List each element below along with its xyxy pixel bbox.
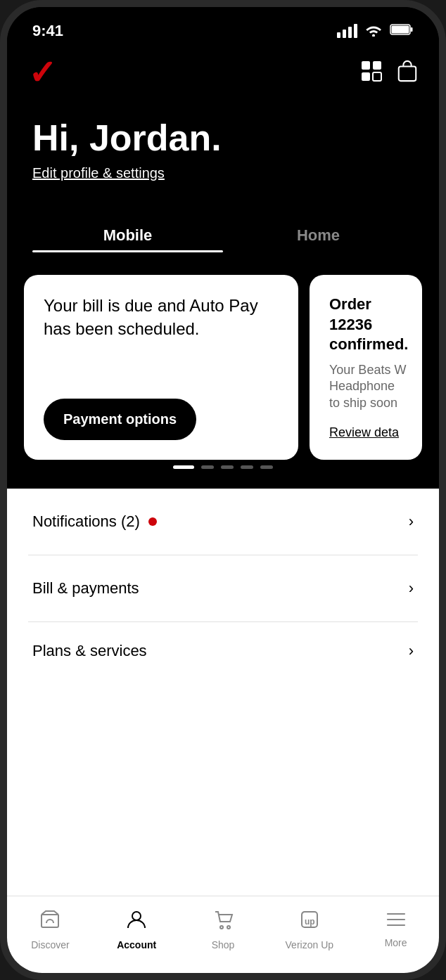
- edit-profile-link[interactable]: Edit profile & settings: [32, 165, 165, 181]
- status-time: 9:41: [32, 22, 63, 40]
- tab-mobile[interactable]: Mobile: [32, 217, 223, 264]
- bill-payments-label: Bill & payments: [32, 579, 139, 598]
- plans-services-label: Plans & services: [32, 642, 147, 660]
- svg-rect-5: [362, 72, 370, 81]
- svg-rect-3: [362, 61, 370, 70]
- wifi-icon: [364, 22, 383, 40]
- nav-discover[interactable]: Discover: [7, 909, 94, 950]
- svg-text:up: up: [305, 917, 315, 927]
- bill-payments-left: Bill & payments: [32, 579, 139, 598]
- nav-verizon-up-label: Verizon Up: [286, 939, 333, 950]
- svg-rect-2: [392, 25, 409, 33]
- bill-card: Your bill is due and Auto Pay has been s…: [24, 275, 298, 460]
- grid-icon[interactable]: [360, 60, 383, 87]
- greeting-section: Hi, Jordan. Edit profile & settings: [7, 104, 439, 202]
- cards-scroll: Your bill is due and Auto Pay has been s…: [7, 275, 439, 460]
- tab-mobile-label: Mobile: [32, 226, 223, 245]
- bag-icon[interactable]: [397, 60, 418, 87]
- verizon-up-icon: up: [299, 909, 320, 935]
- plans-services-chevron: ›: [409, 642, 414, 660]
- svg-point-9: [220, 926, 223, 929]
- tabs-container: Mobile Home: [7, 217, 439, 264]
- verizon-logo: ✓: [28, 56, 56, 90]
- nav-shop-label: Shop: [212, 939, 235, 950]
- tab-home-underline: [223, 250, 414, 252]
- svg-rect-1: [411, 27, 413, 32]
- tab-mobile-underline: [32, 250, 223, 252]
- order-title: Order 12236 confirmed.: [329, 295, 408, 355]
- more-icon: [386, 911, 407, 933]
- battery-icon: [390, 23, 414, 39]
- carousel-dots: [7, 460, 439, 472]
- bottom-nav: Discover Account Shop: [7, 896, 439, 973]
- nav-account-label: Account: [117, 939, 156, 950]
- svg-point-10: [227, 926, 230, 929]
- svg-rect-4: [373, 61, 381, 70]
- header-bar: ✓: [7, 49, 439, 104]
- shop-icon: [212, 909, 234, 935]
- nav-discover-label: Discover: [31, 939, 69, 950]
- svg-rect-7: [399, 66, 416, 81]
- bill-payments-list-item[interactable]: Bill & payments ›: [7, 555, 439, 621]
- cards-section: Your bill is due and Auto Pay has been s…: [7, 264, 439, 489]
- nav-verizon-up[interactable]: up Verizon Up: [266, 909, 352, 950]
- svg-point-8: [132, 912, 141, 920]
- tab-home[interactable]: Home: [223, 217, 414, 264]
- review-details-link[interactable]: Review deta: [329, 425, 408, 440]
- svg-rect-6: [373, 72, 381, 81]
- bill-payments-chevron: ›: [409, 579, 414, 598]
- status-bar: 9:41: [7, 7, 439, 49]
- status-icons: [337, 22, 414, 40]
- nav-more[interactable]: More: [352, 911, 439, 948]
- notifications-label: Notifications (2): [32, 512, 140, 531]
- discover-icon: [39, 909, 60, 935]
- notifications-chevron: ›: [409, 512, 414, 531]
- dot-2: [201, 465, 214, 469]
- tabs-section: Mobile Home: [7, 202, 439, 264]
- notifications-list-item[interactable]: Notifications (2) ›: [7, 489, 439, 555]
- bill-card-text: Your bill is due and Auto Pay has been s…: [44, 295, 279, 340]
- order-subtitle: Your Beats W Headphone to ship soon: [329, 362, 408, 411]
- notification-dot: [148, 517, 157, 526]
- notifications-left: Notifications (2): [32, 512, 157, 531]
- list-section: Notifications (2) › Bill & payments › Pl…: [7, 489, 439, 896]
- tab-home-label: Home: [223, 226, 414, 245]
- dot-4: [241, 465, 253, 469]
- phone-frame: 9:41 ✓: [0, 0, 446, 980]
- dot-3: [221, 465, 234, 469]
- greeting-name: Hi, Jordan.: [32, 118, 414, 158]
- nav-shop[interactable]: Shop: [180, 909, 267, 950]
- order-card: Order 12236 confirmed. Your Beats W Head…: [310, 275, 422, 460]
- dot-1: [173, 465, 194, 469]
- nav-more-label: More: [385, 937, 407, 948]
- payment-options-button[interactable]: Payment options: [44, 399, 196, 440]
- signal-bars-icon: [337, 24, 357, 38]
- header-actions: [360, 60, 418, 87]
- account-icon: [126, 909, 147, 935]
- plans-services-list-item[interactable]: Plans & services ›: [7, 622, 439, 674]
- dot-5: [260, 465, 273, 469]
- nav-account[interactable]: Account: [94, 909, 180, 950]
